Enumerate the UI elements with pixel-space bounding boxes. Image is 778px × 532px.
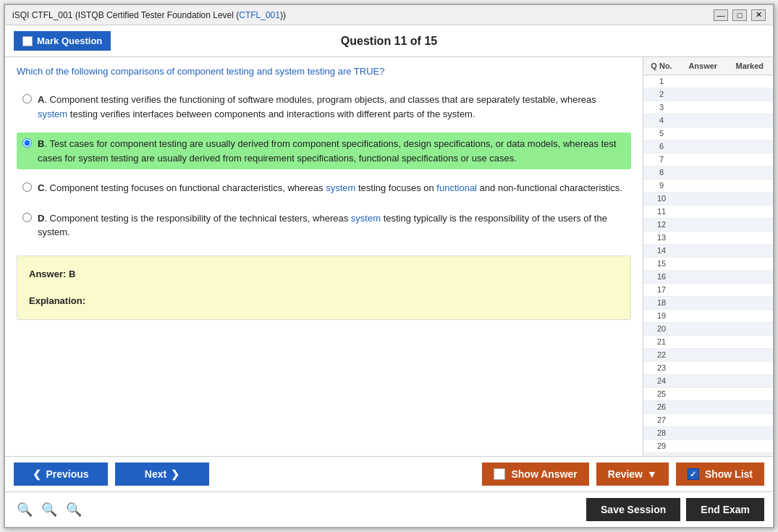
question-text-pre: Which of the following comparisons of co…	[17, 66, 354, 77]
list-item[interactable]: 8	[643, 166, 773, 180]
option-a-radio[interactable]	[22, 94, 32, 104]
list-item[interactable]: 25	[643, 388, 773, 401]
content-area: Mark Question Question 11 of 15 Which of…	[5, 25, 773, 527]
show-list-button[interactable]: ✓ Show List	[676, 463, 764, 486]
list-item[interactable]: 1	[643, 75, 773, 88]
previous-button[interactable]: Previous	[14, 463, 108, 486]
mark-checkbox-icon	[22, 36, 33, 46]
question-title: Question 11 of 15	[341, 35, 437, 48]
list-item[interactable]: 19	[643, 310, 773, 323]
list-item[interactable]: 12	[643, 219, 773, 232]
question-text-post: ?	[379, 66, 384, 77]
question-text: Which of the following comparisons of co…	[17, 66, 631, 77]
mark-question-button[interactable]: Mark Question	[14, 31, 111, 51]
list-item[interactable]: 3	[643, 101, 773, 114]
option-a-text: A. Component testing verifies the functi…	[38, 93, 625, 121]
zoom-controls: 🔍 🔍 🔍	[14, 500, 85, 519]
list-item[interactable]: 15	[643, 258, 773, 271]
list-item[interactable]: 2	[643, 88, 773, 101]
top-bar: Mark Question Question 11 of 15	[5, 25, 773, 57]
list-item[interactable]: 16	[643, 271, 773, 284]
option-b-text: B. Test cases for component testing are …	[38, 137, 625, 165]
question-text-highlight: TRUE	[354, 66, 379, 77]
sidebar-header: Q No. Answer Marked	[643, 57, 773, 75]
maximize-button[interactable]: □	[732, 9, 747, 21]
option-a: A. Component testing verifies the functi…	[17, 88, 631, 125]
window-title: iSQI CTFL_001 (ISTQB Certified Tester Fo…	[12, 10, 286, 20]
next-button[interactable]: Next	[115, 463, 209, 486]
option-c-radio[interactable]	[22, 182, 32, 192]
list-item[interactable]: 26	[643, 401, 773, 414]
window-controls: — □ ✕	[714, 9, 766, 21]
question-panel: Which of the following comparisons of co…	[5, 57, 643, 456]
show-answer-checkbox-icon	[494, 468, 505, 480]
list-item[interactable]: 6	[643, 140, 773, 153]
answer-box: Answer: B Explanation:	[17, 256, 631, 320]
option-b-radio[interactable]	[22, 138, 32, 148]
list-item[interactable]: 5	[643, 127, 773, 140]
list-item[interactable]: 7	[643, 153, 773, 166]
main-window: iSQI CTFL_001 (ISTQB Certified Tester Fo…	[4, 4, 774, 528]
answer-text: Answer: B	[29, 266, 619, 282]
end-exam-button[interactable]: End Exam	[686, 498, 764, 521]
show-list-check-icon: ✓	[688, 468, 699, 480]
list-item[interactable]: 20	[643, 323, 773, 336]
option-d-radio[interactable]	[22, 213, 32, 222]
option-b: B. Test cases for component testing are …	[17, 132, 631, 169]
list-item[interactable]: 4	[643, 114, 773, 127]
option-d-text: D. Component testing is the responsibili…	[38, 211, 625, 240]
list-item[interactable]: 27	[643, 414, 773, 427]
title-accent: CTFL_001	[239, 10, 280, 20]
list-item[interactable]: 14	[643, 245, 773, 258]
list-item[interactable]: 22	[643, 349, 773, 362]
close-button[interactable]: ✕	[751, 9, 766, 21]
sidebar-col-answer: Answer	[680, 60, 727, 72]
zoom-out-button[interactable]: 🔍	[14, 500, 35, 519]
mark-question-label: Mark Question	[37, 35, 102, 46]
list-item[interactable]: 11	[643, 206, 773, 219]
review-button[interactable]: Review ▼	[596, 463, 669, 486]
save-session-button[interactable]: Save Session	[586, 498, 680, 521]
list-item[interactable]: 29	[643, 440, 773, 453]
sidebar-col-qno: Q No.	[643, 60, 680, 72]
sidebar-list: 1 2 3 4 5 6 7 8 9 10 11 12 13 14 15 16 1	[643, 75, 773, 456]
option-c-text: C. Component testing focuses on function…	[38, 181, 622, 195]
main-content: Which of the following comparisons of co…	[5, 57, 773, 456]
list-item[interactable]: 13	[643, 232, 773, 245]
zoom-normal-button[interactable]: 🔍	[38, 500, 60, 519]
bottom-bar: Previous Next Show Answer Review ▼ ✓ Sho…	[5, 456, 773, 491]
list-item[interactable]: 24	[643, 375, 773, 388]
list-item[interactable]: 9	[643, 180, 773, 193]
sidebar-col-marked: Marked	[727, 60, 774, 72]
zoom-in-button[interactable]: 🔍	[63, 500, 85, 519]
option-c: C. Component testing focuses on function…	[17, 177, 631, 200]
review-dropdown-icon: ▼	[647, 468, 657, 480]
explanation-text: Explanation:	[29, 293, 619, 309]
sidebar: Q No. Answer Marked 1 2 3 4 5 6 7 8 9 10…	[643, 57, 773, 456]
list-item[interactable]: 28	[643, 427, 773, 440]
option-d: D. Component testing is the responsibili…	[17, 207, 631, 244]
title-bar: iSQI CTFL_001 (ISTQB Certified Tester Fo…	[5, 5, 773, 25]
list-item[interactable]: 21	[643, 336, 773, 349]
second-bottom-bar: 🔍 🔍 🔍 Save Session End Exam	[5, 491, 773, 527]
list-item[interactable]: 10	[643, 193, 773, 206]
minimize-button[interactable]: —	[714, 9, 728, 21]
list-item[interactable]: 18	[643, 297, 773, 310]
show-answer-button[interactable]: Show Answer	[482, 463, 588, 486]
list-item[interactable]: 17	[643, 284, 773, 297]
list-item[interactable]: 23	[643, 362, 773, 375]
